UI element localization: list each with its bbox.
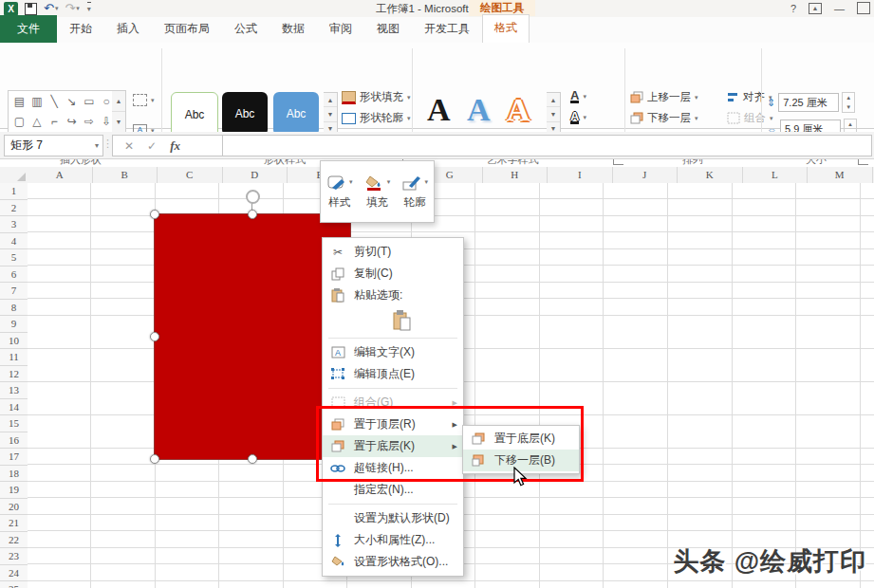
shape-glyph-↪[interactable]: ↪ <box>64 113 80 130</box>
name-box[interactable]: 矩形 7 ▾ <box>4 135 103 156</box>
chevron-down-icon[interactable]: ▾ <box>95 141 99 150</box>
row-header-18[interactable]: 18 <box>0 466 28 483</box>
shape-glyph-▥[interactable]: ▥ <box>28 93 45 110</box>
formula-input[interactable] <box>222 135 872 156</box>
insert-function-button[interactable]: fx <box>170 138 180 154</box>
column-header-A[interactable]: A <box>28 167 93 183</box>
row-header-7[interactable]: 7 <box>0 283 28 300</box>
wordart-style-3[interactable]: A <box>507 92 530 128</box>
tab-review[interactable]: 审阅 <box>317 16 364 43</box>
shape-glyph-⇨[interactable]: ⇨ <box>81 113 97 130</box>
text-outline-button[interactable]: A▾ <box>570 111 586 124</box>
tab-developer[interactable]: 开发工具 <box>412 16 482 43</box>
resize-handle-top-middle[interactable] <box>248 210 257 219</box>
tab-home[interactable]: 开始 <box>57 16 104 43</box>
submenu-item-send-backward[interactable]: 下移一层(B) <box>463 450 579 471</box>
tab-format[interactable]: 格式 <box>482 14 530 43</box>
help-button[interactable]: ? <box>790 3 796 14</box>
scroll-up-icon[interactable]: ▲ <box>547 93 560 107</box>
column-header-H[interactable]: H <box>483 167 549 183</box>
shape-glyph-⌐[interactable]: ⌐ <box>46 113 63 130</box>
submenu-item-send-to-back[interactable]: 置于底层(K) <box>463 428 579 450</box>
row-header-4[interactable]: 4 <box>0 233 28 250</box>
resize-handle-bottom-middle[interactable] <box>248 454 257 464</box>
tab-page-layout[interactable]: 页面布局 <box>152 16 222 43</box>
column-header-M[interactable]: M <box>808 167 873 183</box>
cancel-button[interactable]: ✕ <box>124 139 134 153</box>
shape-style-thumb-2[interactable]: Abc <box>222 92 268 136</box>
row-header-1[interactable]: 1 <box>0 183 28 200</box>
menu-item-send-to-back[interactable]: 置于底层(K) ▶ <box>323 435 463 457</box>
row-header-9[interactable]: 9 <box>0 316 28 333</box>
wordart-style-1[interactable]: A <box>427 92 451 128</box>
row-header-14[interactable]: 14 <box>0 399 28 416</box>
row-header-10[interactable]: 10 <box>0 333 28 350</box>
row-header-21[interactable]: 21 <box>0 515 28 532</box>
column-header-L[interactable]: L <box>743 167 809 183</box>
mini-fill-button[interactable]: ▾ 填充 <box>359 161 397 222</box>
row-header-20[interactable]: 20 <box>0 499 28 516</box>
column-header-B[interactable]: B <box>93 167 158 183</box>
wordart-style-2[interactable]: A <box>467 92 491 128</box>
menu-item-format-shape[interactable]: 设置形状格式(O)... <box>323 551 463 573</box>
shape-style-thumb-1[interactable]: Abc <box>171 92 218 138</box>
ribbon-display-options-button[interactable]: ▲ <box>809 3 822 14</box>
shape-glyph-▤[interactable]: ▤ <box>11 93 28 110</box>
maximize-button[interactable] <box>857 2 870 14</box>
column-header-I[interactable]: I <box>548 167 613 183</box>
row-header-2[interactable]: 2 <box>0 200 28 217</box>
menu-item-size-properties[interactable]: 大小和属性(Z)... <box>323 529 463 551</box>
text-fill-button[interactable]: A▾ <box>570 90 586 103</box>
paste-option-button[interactable] <box>323 306 463 335</box>
menu-item-edit-points[interactable]: 编辑顶点(E) <box>323 363 463 385</box>
menu-item-edit-text[interactable]: A 编辑文字(X) <box>323 341 463 363</box>
height-spinner[interactable]: ▲▼ <box>842 92 855 113</box>
shape-style-thumb-3[interactable]: Abc <box>273 92 319 136</box>
mini-outline-button[interactable]: ▾ 轮廓 <box>396 161 434 222</box>
menu-item-cut[interactable]: ✂ 剪切(T) <box>323 241 463 263</box>
row-header-16[interactable]: 16 <box>0 432 28 450</box>
send-backward-button[interactable]: 下移一层▾ <box>630 111 698 125</box>
resize-handle-top-left[interactable] <box>150 210 159 219</box>
scroll-down-icon[interactable]: ▼ <box>324 107 337 121</box>
menu-item-assign-macro[interactable]: 指定宏(N)... <box>323 479 463 501</box>
tab-view[interactable]: 视图 <box>364 16 412 43</box>
shape-fill-button[interactable]: 形状填充▾ <box>342 90 411 104</box>
row-header-23[interactable]: 23 <box>0 548 28 565</box>
shape-style-scrollbar[interactable]: ▲ ▼ ▼ <box>324 92 338 138</box>
menu-item-set-default-shape[interactable]: 设置为默认形状(D) <box>323 507 463 529</box>
shape-glyph-╲[interactable]: ╲ <box>46 93 63 110</box>
tab-formulas[interactable]: 公式 <box>222 16 270 43</box>
row-header-8[interactable]: 8 <box>0 300 28 317</box>
resize-handle-middle-left[interactable] <box>150 332 159 341</box>
bring-forward-button[interactable]: 上移一层▾ <box>630 90 698 104</box>
shape-height-input[interactable]: 7.25 厘米 <box>778 93 839 112</box>
menu-item-copy[interactable]: 复制(C) <box>323 263 463 285</box>
select-all-corner[interactable] <box>0 167 28 184</box>
scroll-down-icon[interactable]: ▼ <box>547 107 560 121</box>
column-header-D[interactable]: D <box>223 167 288 183</box>
scroll-down-icon[interactable]: ▼ <box>112 112 125 133</box>
tab-file[interactable]: 文件 <box>0 15 57 43</box>
shape-glyph-△[interactable]: △ <box>28 113 45 130</box>
row-header-22[interactable]: 22 <box>0 532 28 549</box>
row-header-25[interactable]: 25 <box>0 581 28 588</box>
row-header-17[interactable]: 17 <box>0 449 28 466</box>
row-header-15[interactable]: 15 <box>0 415 28 432</box>
shape-glyph-▢[interactable]: ▢ <box>11 113 28 130</box>
row-header-6[interactable]: 6 <box>0 266 28 284</box>
shape-glyph-↘[interactable]: ↘ <box>64 93 80 110</box>
edit-shape-button[interactable]: ▾ <box>133 94 155 106</box>
row-header-13[interactable]: 13 <box>0 382 28 399</box>
wordart-scrollbar[interactable]: ▲ ▼ ▼ <box>547 92 561 138</box>
shape-outline-button[interactable]: 形状轮廓▾ <box>342 111 411 125</box>
resize-handle-bottom-left[interactable] <box>150 454 159 464</box>
scroll-up-icon[interactable]: ▲ <box>324 93 337 107</box>
menu-item-hyperlink[interactable]: 超链接(H)... <box>323 457 463 479</box>
column-header-J[interactable]: J <box>613 167 679 183</box>
column-header-K[interactable]: K <box>678 167 743 183</box>
row-header-5[interactable]: 5 <box>0 249 28 266</box>
tab-data[interactable]: 数据 <box>270 16 317 43</box>
scroll-up-icon[interactable]: ▲ <box>112 91 125 112</box>
row-header-11[interactable]: 11 <box>0 349 28 366</box>
